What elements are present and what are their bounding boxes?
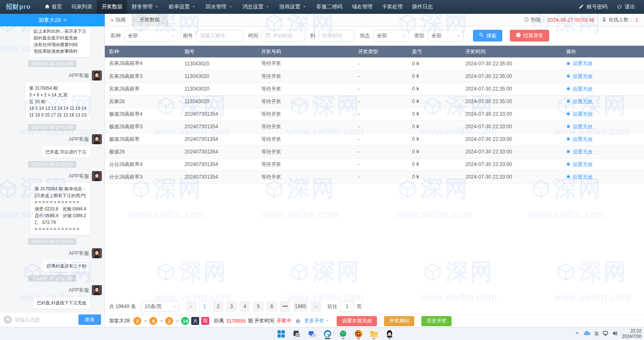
set-invalid-link[interactable]: 设置无效 [566,111,592,118]
nav-item-域名管理[interactable]: 域名管理 [347,0,377,14]
nav-item-财务管理[interactable]: 财务管理 [127,0,164,14]
history-draws-button[interactable]: 历史开奖 [421,316,452,326]
start-time-picker[interactable] [262,30,305,42]
nav-item-玩家列表[interactable]: 玩家列表 [67,0,97,14]
send-button[interactable]: 发送 [78,314,101,325]
page-button-2[interactable]: 2 [213,301,223,312]
table-cell: 等待开奖 [257,70,354,83]
set-invalid-link[interactable]: 设置无效 [566,123,592,130]
status-select[interactable]: 全部 ˅ [373,30,409,42]
tray-network-icon[interactable] [602,330,608,337]
taskbar-edge-icon[interactable] [322,328,333,340]
table-row: 极速28高赔率202407301354等待开奖-0 ¥2024-07-30 22… [105,133,644,145]
set-invalid-link[interactable]: 设置无效 [566,148,592,156]
set-invalid-link[interactable]: 设置无效 [566,174,592,181]
taskbar-qq-icon[interactable] [384,328,395,340]
gear-icon[interactable] [295,318,301,324]
nav-item-卡奖处理[interactable]: 卡奖处理 [377,0,408,14]
search-button[interactable]: 搜索 [473,30,502,42]
tray-volume-icon[interactable] [612,330,618,337]
table-row: 分分28高赔率3202407301354等待开奖-0 ¥2024-07-30 2… [105,171,644,183]
chat-bubble-row: 已封盘,封盘线下下注无效 [0,297,104,309]
set-current-invalid-button[interactable]: 设置本期无效 [337,316,377,326]
set-invalid-link[interactable]: 设置无效 [566,86,592,93]
table-cell: 2024-07-30 22:35:00 [461,83,562,95]
tray-clock[interactable]: 22:322024/7/30 [622,328,641,339]
chat-message-input[interactable] [15,317,76,323]
draw-website-button[interactable]: 开奖网站 [384,316,414,326]
nav-item-label: 游戏设置 [279,3,300,10]
nav-item-首页[interactable]: 首页 [40,0,67,14]
current-lottery-name: 加拿大28 [109,317,130,324]
chat-sender-row: APP客服 [0,171,104,181]
goto-page-input[interactable] [340,301,354,312]
page-button-3[interactable]: 3 [226,301,237,312]
table-cell: 宾果28高赔率4 [105,57,180,70]
nav-item-赔率设置[interactable]: 赔率设置 [164,0,201,14]
taskbar-task-view-icon[interactable] [291,328,302,340]
set-invalid-link[interactable]: 设置无效 [566,136,592,143]
set-invalid-link[interactable]: 设置无效 [566,60,592,67]
chevron-down-icon: ˅ [403,34,405,38]
column-header-开奖号码: 开奖号码 [257,46,354,57]
tray-weather-cloud-icon[interactable] [584,330,590,338]
taskbar-remote-app-icon[interactable] [306,328,318,340]
set-invalid-link[interactable]: 设置无效 [566,161,592,168]
nav-item-消息设置[interactable]: 消息设置 [238,0,275,14]
table-cell: 宾果28高赔率 [105,83,180,95]
lock-icon [566,86,571,92]
tab-lottery-data[interactable]: 开奖数据 [132,14,168,26]
collapse-button[interactable]: « 隐藏 [105,14,132,26]
page-button-6[interactable]: 6 [266,301,277,312]
chat-bubble-line: 包括系统遇突发事情时 [34,48,86,55]
lottery-select[interactable]: 全部 ˅ [124,30,178,42]
tray-chevron-up-icon[interactable] [574,330,580,337]
taskbar-start-icon[interactable] [275,328,287,340]
nav-item-操作日志[interactable]: 操作日志 [408,0,438,14]
end-time-picker[interactable] [319,30,355,42]
goto-page-suffix: 页 [357,303,362,310]
chat-timestamp-text: 2024-07-30 22:31:48 [28,60,77,67]
table-cell: 0 ¥ [408,57,461,70]
table-row: 宾果28高赔率4113043020等待开奖-0 ¥2024-07-30 22:3… [105,57,644,70]
set-invalid-link[interactable]: 设置无效 [566,98,592,105]
page-button-1[interactable]: 1 [199,301,210,312]
table-cell: - [354,70,408,83]
page-button-1965[interactable]: 1965 [293,301,308,312]
more-draws-link[interactable]: 更多开奖 [304,317,330,324]
nav-account-password-button[interactable]: 账号密码 [574,3,612,10]
nav-logout-button[interactable]: 退出 [612,3,640,10]
expiry-label: 到期： [531,16,546,23]
page-button-4[interactable]: 4 [239,301,250,312]
issue-suffix-label: 期 开奖时间 [248,317,274,324]
table-cell: 0 ¥ [408,133,461,145]
start-time-input[interactable] [273,33,302,39]
chat-bubble-line: 近 20 期: [29,98,86,105]
settle-error-button[interactable]: 结算异常 [510,30,549,42]
nav-item-开奖数据[interactable]: 开奖数据 [97,0,127,14]
sidebar-lottery-selector[interactable]: 加拿大28 ˅ [0,14,105,26]
tabs-bar: « 隐藏 开奖数据 到期： 2024-08-27 00:03:46 在线人数： … [105,14,644,26]
table-cell: 等待开奖 [257,83,354,95]
nav-item-客服二维码[interactable]: 客服二维码 [312,0,347,14]
emoji-icon[interactable] [3,315,12,324]
taskbar-browser-icon[interactable] [353,328,364,340]
issue-input[interactable] [196,30,243,42]
nav-item-回水管理[interactable]: 回水管理 [201,0,238,14]
taskbar-file-explorer-icon[interactable] [368,328,380,340]
page-size-select[interactable]: 10条/页˅ [141,301,179,312]
page-button-5[interactable]: 5 [253,301,264,312]
lottery-data-table: 彩种期号开奖号码开奖类型盈亏开奖时间操作 宾果28高赔率4113043020等待… [105,46,644,184]
type-select[interactable]: 全部 ˅ [428,30,464,42]
next-page-button[interactable]: › [310,301,321,312]
table-cell: 等待开奖 [257,120,354,133]
nav-item-游戏设置[interactable]: 游戏设置 [275,0,312,14]
prev-page-button[interactable]: ‹ [186,301,197,312]
chat-bubble-row: 距离封盘还有三十秒 [0,260,104,272]
ime-language-indicator[interactable]: 英 [594,331,599,337]
table-cell: 0 ¥ [408,70,461,83]
set-invalid-link[interactable]: 设置无效 [566,73,592,80]
table-cell: 分分28高赔率4 [105,158,180,171]
taskbar-wechat-icon[interactable] [337,328,349,340]
end-time-input[interactable] [322,33,351,39]
